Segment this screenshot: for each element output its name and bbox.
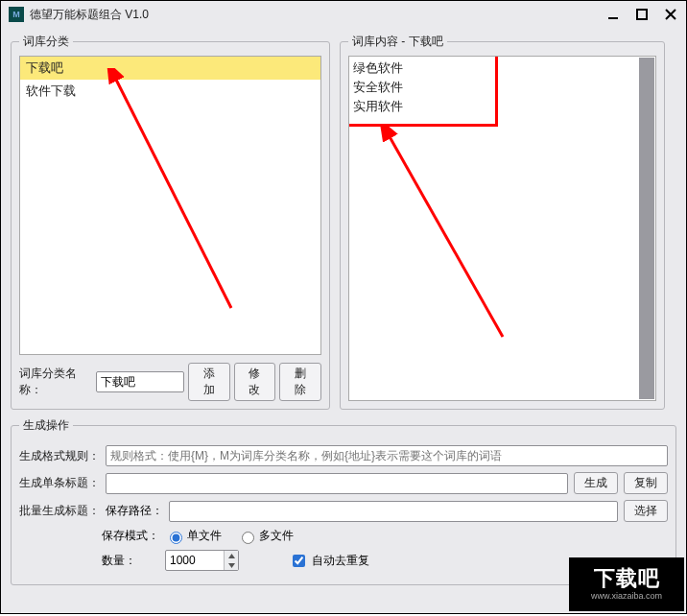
chevron-up-icon: [228, 554, 235, 558]
spinner-up[interactable]: [225, 551, 238, 560]
quantity-input[interactable]: [166, 552, 224, 569]
svg-rect-0: [608, 17, 618, 19]
spinner-down[interactable]: [225, 560, 238, 570]
content-item[interactable]: 绿色软件: [353, 59, 651, 78]
category-listbox[interactable]: 下载吧 软件下载: [19, 56, 321, 355]
content-listbox[interactable]: 绿色软件 安全软件 实用软件: [348, 56, 656, 401]
qty-label: 数量：: [102, 553, 159, 569]
content-panel: 词库内容 - 下载吧 绿色软件 安全软件 实用软件: [340, 34, 665, 410]
radio-single-file[interactable]: 单文件: [165, 528, 222, 544]
content-item[interactable]: 实用软件: [353, 97, 651, 116]
category-name-input[interactable]: [96, 371, 184, 392]
category-legend: 词库分类: [19, 34, 73, 50]
watermark-text: 下载吧: [594, 568, 660, 589]
app-icon: M: [9, 7, 24, 22]
close-button[interactable]: [663, 7, 678, 22]
save-mode-row: 保存模式： 单文件 多文件: [19, 528, 668, 544]
radio-single-input[interactable]: [170, 532, 182, 544]
content-legend: 词库内容 - 下载吧: [348, 34, 447, 50]
dedup-checkbox[interactable]: [293, 555, 305, 567]
maximize-button[interactable]: [634, 7, 650, 22]
single-title-input[interactable]: [106, 473, 568, 494]
delete-button[interactable]: 删除: [279, 363, 321, 401]
content-item[interactable]: 安全软件: [353, 78, 651, 97]
minimize-button[interactable]: [605, 7, 621, 22]
save-path-input[interactable]: [169, 501, 618, 522]
browse-button[interactable]: 选择: [624, 500, 668, 522]
category-panel: 词库分类 下载吧 软件下载 词库分类名称： 添加 修改 删除: [11, 34, 330, 410]
edit-button[interactable]: 修改: [234, 363, 276, 401]
generate-legend: 生成操作: [19, 417, 73, 434]
radio-single-label: 单文件: [187, 528, 222, 544]
close-icon: [665, 9, 676, 20]
maximize-icon: [636, 9, 648, 20]
radio-multi-file[interactable]: 多文件: [237, 528, 294, 544]
copy-button[interactable]: 复制: [624, 472, 668, 494]
content-scrollbar[interactable]: [639, 58, 654, 399]
rule-label: 生成格式规则：: [19, 448, 100, 464]
window-controls: [605, 7, 678, 22]
rule-row: 生成格式规则：: [19, 445, 668, 466]
annotation-arrow-right: [378, 126, 512, 346]
category-name-label: 词库分类名称：: [19, 366, 92, 398]
category-controls: 词库分类名称： 添加 修改 删除: [19, 363, 321, 401]
single-label: 生成单条标题：: [19, 475, 100, 491]
spinner-buttons: [224, 551, 238, 570]
window-title: 德望万能标题组合 V1.0: [30, 7, 605, 23]
scrollbar-thumb[interactable]: [639, 58, 654, 399]
annotation-arrow-left: [107, 68, 241, 318]
titlebar: M 德望万能标题组合 V1.0: [1, 1, 686, 28]
minimize-icon: [607, 9, 619, 20]
batch-label: 批量生成标题：: [19, 503, 100, 519]
category-item[interactable]: 软件下载: [20, 80, 320, 103]
svg-rect-1: [637, 10, 647, 19]
rule-input[interactable]: [106, 445, 668, 466]
svg-line-2: [114, 76, 231, 308]
app-window: M 德望万能标题组合 V1.0 词库分类 下载吧 软件下载: [0, 0, 687, 614]
content-area: 词库分类 下载吧 软件下载 词库分类名称： 添加 修改 删除: [1, 28, 686, 595]
svg-line-3: [388, 133, 503, 337]
content-list-text: 绿色软件 安全软件 实用软件: [349, 57, 655, 118]
save-mode-label: 保存模式：: [102, 528, 159, 544]
radio-multi-input[interactable]: [242, 532, 254, 544]
quantity-stepper[interactable]: [165, 550, 239, 571]
chevron-down-icon: [228, 563, 235, 568]
radio-multi-label: 多文件: [259, 528, 294, 544]
generate-button[interactable]: 生成: [574, 472, 618, 494]
dedup-label: 自动去重复: [312, 553, 369, 569]
watermark-url: www.xiazaiba.com: [591, 591, 662, 601]
single-row: 生成单条标题： 生成 复制: [19, 472, 668, 494]
top-panels: 词库分类 下载吧 软件下载 词库分类名称： 添加 修改 删除: [11, 34, 676, 410]
watermark: 下载吧 www.xiazaiba.com: [569, 557, 684, 611]
dedup-checkbox-wrap[interactable]: 自动去重复: [289, 552, 369, 570]
add-button[interactable]: 添加: [188, 363, 230, 401]
category-item[interactable]: 下载吧: [20, 57, 320, 80]
save-path-label: 保存路径：: [106, 503, 163, 519]
batch-path-row: 批量生成标题： 保存路径： 选择: [19, 500, 668, 522]
